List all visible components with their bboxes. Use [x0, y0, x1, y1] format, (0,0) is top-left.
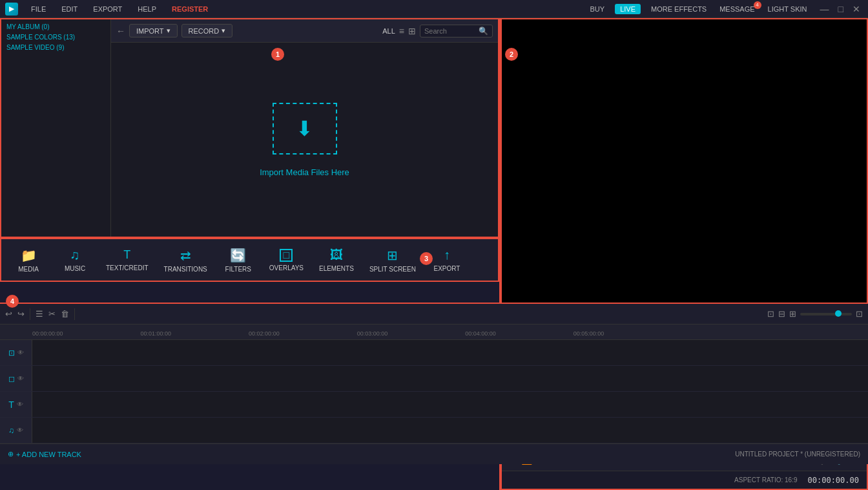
- tool-transitions[interactable]: ⇄ TRANSITIONS: [158, 244, 214, 277]
- cut-button[interactable]: ✂: [48, 309, 56, 319]
- album-my[interactable]: MY ALBUM (0): [4, 22, 108, 32]
- badge-3: 3: [420, 252, 433, 265]
- media-library: MY ALBUM (0) SAMPLE COLORS (13) SAMPLE V…: [0, 18, 499, 238]
- tool-overlays[interactable]: □ OVERLAYS: [263, 245, 310, 275]
- timeline-ruler: 00:00:00:00 00:01:00:00 00:02:00:00 00:0…: [0, 325, 868, 340]
- tool-text-label: TEXT/CREDIT: [106, 264, 149, 272]
- badge-1: 1: [271, 48, 284, 61]
- audio-track-icon: ♫: [8, 426, 14, 435]
- track-overlay-eye[interactable]: 👁: [17, 375, 24, 382]
- badge-2: 2: [505, 48, 518, 61]
- add-track-button[interactable]: ⊕ + ADD NEW TRACK: [8, 450, 81, 458]
- menu-export[interactable]: EXPORT: [90, 4, 125, 14]
- import-button[interactable]: IMPORT ▾: [129, 24, 178, 37]
- track-video-header: ⊡ 👁: [0, 340, 32, 365]
- transitions-icon: ⇄: [180, 248, 191, 263]
- menu-live[interactable]: LIVE: [615, 4, 641, 14]
- track-video: ⊡ 👁: [0, 340, 868, 366]
- filters-icon: 🔄: [230, 248, 246, 263]
- track-text: T 👁: [0, 392, 868, 418]
- menu-more-effects[interactable]: MORE EFFECTS: [648, 4, 709, 14]
- zoom-in-button[interactable]: ⊞: [789, 309, 796, 319]
- tool-music[interactable]: ♫ MUSIC: [53, 244, 97, 276]
- menu-buy[interactable]: BUY: [588, 4, 608, 14]
- tool-filters[interactable]: 🔄 FILTERS: [216, 244, 260, 277]
- tool-elements[interactable]: 🖼 ELEMENTS: [313, 244, 360, 276]
- track-audio-eye[interactable]: 👁: [17, 427, 23, 434]
- splitscreen-icon: ⊞: [387, 248, 398, 263]
- track-audio-content[interactable]: [32, 418, 868, 443]
- track-audio-header: ♫ 👁: [0, 418, 32, 443]
- close-button[interactable]: ✕: [850, 4, 863, 14]
- tool-overlays-label: OVERLAYS: [269, 264, 304, 272]
- media-icon: 📁: [21, 248, 37, 263]
- grid-view-icon[interactable]: ⊞: [408, 26, 416, 36]
- zoom-fit-icon[interactable]: ⊡: [767, 309, 774, 319]
- tool-splitscreen-label: SPLIT SCREEN: [369, 266, 416, 273]
- timeline-zoom: ⊡ ⊟ ⊞ ⊡: [767, 309, 863, 319]
- timeline-toolbar: ↩ ↪ ☰ ✂ 🗑 ⊡ ⊟ ⊞ ⊡: [0, 304, 868, 325]
- zoom-handle[interactable]: [835, 310, 842, 317]
- elements-icon: 🖼: [330, 248, 343, 262]
- track-overlay: ◻ 👁: [0, 366, 868, 392]
- menu-edit[interactable]: EDIT: [59, 4, 80, 14]
- tool-elements-label: ELEMENTS: [319, 265, 354, 272]
- track-text-eye[interactable]: 👁: [17, 401, 23, 408]
- expand-timeline-icon[interactable]: ⊡: [856, 309, 863, 319]
- drop-arrow-icon: ⬇: [296, 116, 313, 141]
- search-input[interactable]: [424, 27, 476, 35]
- track-video-eye[interactable]: 👁: [17, 349, 24, 356]
- timeline-section: ↩ ↪ ☰ ✂ 🗑 ⊡ ⊟ ⊞ ⊡ 00:00:00:00: [0, 303, 868, 490]
- media-header: ← IMPORT ▾ RECORD ▾ ALL ≡ ⊞: [111, 19, 498, 43]
- menu-message[interactable]: MESSAGE 4: [717, 4, 757, 14]
- list-view-icon[interactable]: ≡: [399, 26, 404, 36]
- tool-media-label: MEDIA: [18, 266, 39, 273]
- tool-media[interactable]: 📁 MEDIA: [6, 244, 50, 277]
- media-drop-area[interactable]: ⬇ Import Media Files Here: [111, 43, 498, 237]
- menu-light-skin[interactable]: LIGHT SKIN: [765, 4, 810, 14]
- album-sidebar: MY ALBUM (0) SAMPLE COLORS (13) SAMPLE V…: [1, 19, 111, 237]
- timeline-area: ↩ ↪ ☰ ✂ 🗑 ⊡ ⊟ ⊞ ⊡ 00:00:00:00: [0, 303, 868, 464]
- drop-text: Import Media Files Here: [260, 167, 349, 177]
- maximize-button[interactable]: □: [836, 4, 846, 14]
- tool-music-label: MUSIC: [65, 265, 85, 272]
- album-video[interactable]: SAMPLE VIDEO (9): [4, 43, 108, 52]
- timeline-tracks: ⊡ 👁 ◻ 👁 T 👁: [0, 340, 868, 443]
- minimize-button[interactable]: —: [818, 4, 832, 14]
- undo-button[interactable]: ↩: [5, 309, 12, 319]
- menu-bar: ▶ FILE EDIT EXPORT HELP REGISTER BUY LIV…: [0, 0, 868, 18]
- badge-4: 4: [6, 295, 19, 308]
- delete-button[interactable]: 🗑: [61, 309, 69, 319]
- window-controls: — □ ✕: [818, 4, 863, 14]
- album-colors[interactable]: SAMPLE COLORS (13): [4, 32, 108, 42]
- zoom-out-button[interactable]: ⊟: [778, 309, 785, 319]
- menu-register[interactable]: REGISTER: [169, 4, 211, 14]
- add-track-icon: ⊕: [8, 450, 14, 458]
- search-icon[interactable]: 🔍: [479, 27, 488, 36]
- all-button[interactable]: ALL: [382, 27, 395, 35]
- tool-export-label: EXPORT: [433, 265, 460, 272]
- text-icon: T: [123, 248, 130, 262]
- search-box: 🔍: [420, 25, 493, 37]
- video-track-icon: ⊡: [8, 348, 15, 357]
- record-button[interactable]: RECORD ▾: [181, 24, 233, 37]
- add-track-label: + ADD NEW TRACK: [16, 451, 81, 458]
- ruler-tick-0: 00:00:00:00: [32, 330, 63, 337]
- track-video-content[interactable]: [32, 340, 868, 365]
- timeline-bottom: ⊕ + ADD NEW TRACK UNTITLED PROJECT * (UN…: [0, 443, 868, 464]
- track-overlay-content[interactable]: [32, 366, 868, 391]
- overlay-track-icon: ◻: [8, 374, 15, 383]
- ruler-tick-4: 00:04:00:00: [465, 330, 496, 337]
- tool-splitscreen[interactable]: ⊞ SPLIT SCREEN: [363, 244, 422, 277]
- menu-right: BUY LIVE MORE EFFECTS MESSAGE 4 LIGHT SK…: [588, 4, 863, 14]
- tool-transitions-label: TRANSITIONS: [164, 266, 207, 273]
- settings-icon[interactable]: ☰: [36, 309, 43, 319]
- menu-help[interactable]: HELP: [135, 4, 159, 14]
- track-text-content[interactable]: [32, 392, 868, 417]
- menu-file[interactable]: FILE: [28, 4, 48, 14]
- tool-text[interactable]: T TEXT/CREDIT: [99, 244, 155, 275]
- back-button[interactable]: ←: [116, 26, 125, 36]
- zoom-slider[interactable]: [800, 313, 852, 315]
- project-status: UNTITLED PROJECT * (UNREGISTERED): [735, 451, 860, 458]
- redo-button[interactable]: ↪: [17, 309, 25, 319]
